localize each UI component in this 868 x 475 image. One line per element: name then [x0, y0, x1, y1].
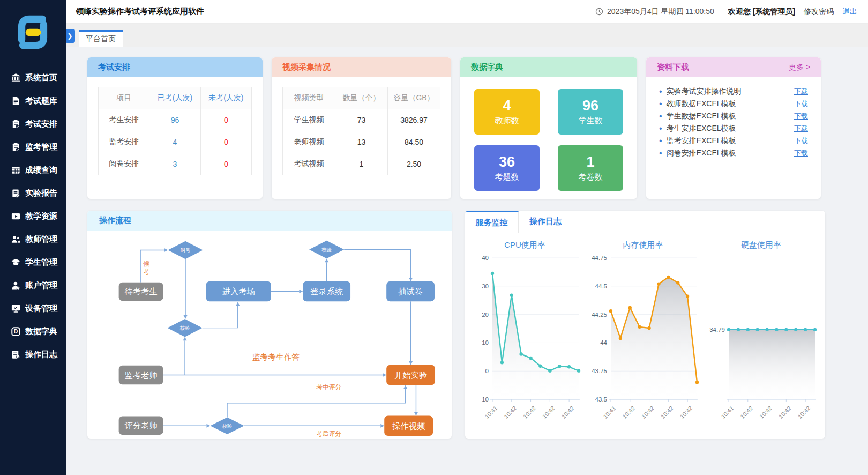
sidebar-item-8[interactable]: 学生管理: [0, 251, 66, 274]
video-type-label: 学生视频: [283, 109, 335, 131]
flow-node-pingfen: 评分老师: [119, 417, 163, 435]
exam-done-count[interactable]: 96: [149, 109, 200, 131]
flow-arrowhead: [299, 290, 303, 293]
svg-text:进入考场: 进入考场: [222, 287, 255, 296]
chevron-right-icon: ❯: [67, 32, 72, 40]
video-count-value: 13: [335, 131, 388, 153]
flow-node-choushijuan: 抽试卷: [386, 281, 435, 302]
device-icon: [11, 303, 21, 314]
exam-col-header: 项目: [99, 87, 149, 109]
download-item-name: 学生数据EXCEL模板: [667, 112, 736, 121]
sidebar-item-2[interactable]: 考试安排: [0, 113, 66, 136]
video-size-value: 84.50: [388, 131, 440, 153]
exam-pending-count: 0: [200, 153, 251, 175]
downloads-list: •实验考试安排操作说明下载•教师数据EXCEL模板下载•学生数据EXCEL模板下…: [646, 77, 821, 159]
download-link[interactable]: 下载: [794, 99, 808, 109]
monitor-charts: CPU使用率403020100-1010:4110:4210:4210:4210…: [465, 233, 825, 429]
document-icon: [11, 96, 21, 106]
clipboard-user-icon: [11, 142, 21, 152]
svg-text:40: 40: [482, 255, 489, 261]
table-row: 老师视频1384.50: [283, 131, 440, 153]
tab-platform-home[interactable]: 平台首页: [79, 30, 123, 47]
bullet-icon: •: [659, 149, 662, 158]
svg-text:监考老师: 监考老师: [125, 370, 158, 380]
clipboard-check-icon: [11, 119, 21, 129]
table-row: 监考安排40: [99, 131, 252, 153]
sidebar-item-label: 监考管理: [25, 142, 57, 152]
chart-canvas: 44.7544.544.254443.7543.510:4110:4210:42…: [586, 251, 701, 427]
svg-text:10:42: 10:42: [777, 405, 792, 420]
exam-pending-count: 0: [200, 109, 251, 131]
sidebar-item-7[interactable]: 教师管理: [0, 228, 66, 251]
download-link[interactable]: 下载: [794, 124, 808, 133]
stat-tile-考题数: 36考题数: [474, 145, 540, 191]
sidebar-item-label: 操作日志: [25, 350, 57, 360]
operation-flow-card: 操作流程 待考考生叫号核验进入考场登录系统校验抽试卷监考老师开始实验评分老师校验…: [87, 211, 452, 439]
flow-arrowhead: [325, 258, 328, 262]
exam-done-count[interactable]: 4: [149, 131, 200, 153]
svg-text:10:42: 10:42: [541, 405, 556, 420]
stat-label: 教师数: [495, 116, 519, 126]
download-item-row: •实验考试安排操作说明下载: [659, 85, 808, 98]
svg-text:登录系统: 登录系统: [310, 287, 343, 296]
chart-title: 硬盘使用率: [704, 240, 819, 250]
tab-service-monitor[interactable]: 服务监控: [465, 211, 519, 233]
change-password-link[interactable]: 修改密码: [804, 7, 834, 17]
chart-title: 内存使用率: [586, 240, 701, 250]
logout-link[interactable]: 退出: [842, 7, 857, 17]
sidebar-item-0[interactable]: 系统首页: [0, 66, 66, 90]
flow-arrowhead: [207, 424, 211, 428]
sidebar-item-1[interactable]: 考试题库: [0, 90, 66, 113]
download-item-name: 阅卷安排EXCEL模板: [667, 149, 736, 158]
sidebar-item-11[interactable]: D数据字典: [0, 320, 66, 343]
download-link[interactable]: 下载: [794, 136, 808, 146]
stat-tile-学生数: 96学生数: [558, 89, 623, 135]
stat-tile-教师数: 4教师数: [474, 89, 540, 135]
tab-operation-log[interactable]: 操作日志: [519, 211, 572, 233]
memory-usage-chart: 内存使用率44.7544.544.254443.7543.510:4110:42…: [586, 233, 701, 429]
sidebar-collapse-button[interactable]: ❯: [65, 29, 75, 43]
sidebar-item-label: 学生管理: [25, 257, 57, 268]
download-link[interactable]: 下载: [794, 149, 808, 158]
download-item-name: 考生安排EXCEL模板: [667, 124, 736, 133]
bullet-icon: •: [659, 112, 662, 121]
svg-text:43.5: 43.5: [595, 396, 607, 403]
download-link[interactable]: 下载: [794, 112, 808, 121]
tab-strip: ❯ 平台首页: [66, 24, 868, 47]
flow-node-jiankao: 监考老师: [119, 366, 163, 385]
exam-col-header: 未考(人次): [200, 87, 251, 109]
more-link[interactable]: 更多 >: [789, 63, 810, 72]
sidebar-item-3[interactable]: 监考管理: [0, 136, 66, 159]
flow-node-denglu: 登录系统: [303, 281, 350, 302]
exam-done-count[interactable]: 3: [149, 153, 200, 175]
sidebar-item-4[interactable]: 成绩查询: [0, 159, 66, 182]
sidebar-item-5[interactable]: 实验报告: [0, 182, 66, 205]
download-link[interactable]: 下载: [794, 87, 808, 97]
flow-connector: [227, 389, 406, 417]
svg-text:10:41: 10:41: [602, 405, 617, 420]
sidebar-item-12[interactable]: 操作日志: [0, 343, 66, 366]
table-row: 学生视频733826.97: [283, 109, 440, 131]
svg-text:10:42: 10:42: [503, 405, 518, 420]
flow-node-jiaoyan1: 校验: [309, 241, 344, 259]
video-count-value: 73: [335, 109, 388, 131]
chart-title: CPU使用率: [467, 240, 582, 250]
sidebar: 系统首页考试题库考试安排监考管理成绩查询实验报告教学资源教师管理学生管理账户管理…: [0, 0, 66, 475]
dictionary-icon: D: [11, 326, 21, 337]
flow-connector: [344, 250, 410, 278]
svg-text:10:42: 10:42: [621, 405, 636, 420]
header-right-group: 2023年05月4日 星期四 11:00:50 欢迎您 [系统管理员] 修改密码…: [595, 7, 857, 17]
svg-text:10:42: 10:42: [678, 405, 693, 420]
sidebar-item-6[interactable]: 教学资源: [0, 205, 66, 228]
sidebar-item-label: 设备管理: [25, 303, 57, 314]
bullet-icon: •: [659, 124, 662, 133]
table-row: 考生安排960: [99, 109, 252, 131]
exam-arrangement-card: 考试安排 项目已考(人次)未考(人次)考生安排960监考安排40阅卷安排30: [87, 57, 263, 199]
sidebar-item-9[interactable]: 账户管理: [0, 274, 66, 297]
svg-text:44.75: 44.75: [592, 255, 607, 261]
sidebar-item-label: 系统首页: [25, 73, 57, 83]
svg-text:叫号: 叫号: [181, 248, 191, 253]
flow-label-proctor-answer: 监考考生作答: [252, 353, 300, 361]
sidebar-item-10[interactable]: 设备管理: [0, 297, 66, 320]
exam-pending-count: 0: [200, 131, 251, 153]
